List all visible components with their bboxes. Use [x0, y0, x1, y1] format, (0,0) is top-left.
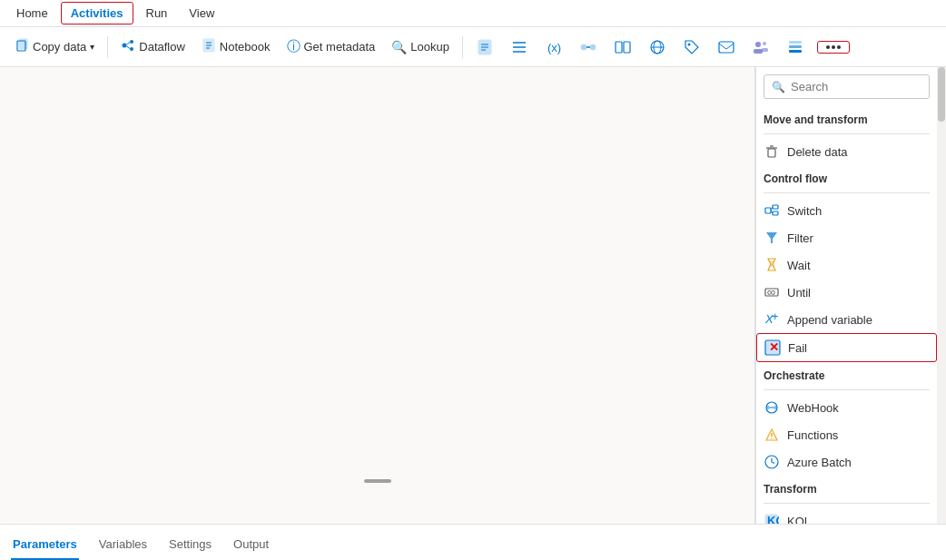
activity-webhook[interactable]: WebHook — [756, 394, 937, 421]
stack-button[interactable] — [779, 34, 812, 60]
kql-icon: KQL — [764, 513, 780, 524]
activity-wait[interactable]: Wait — [756, 251, 937, 279]
delete-data-icon — [764, 143, 780, 160]
split-button[interactable] — [606, 34, 639, 60]
svg-point-54 — [774, 406, 777, 409]
activity-filter[interactable]: Filter — [756, 224, 937, 251]
svg-point-4 — [130, 47, 133, 51]
svg-rect-41 — [773, 211, 778, 215]
script-button[interactable] — [468, 34, 501, 60]
dataflow-label: Dataflow — [139, 40, 185, 54]
get-metadata-button[interactable]: ⓘ Get metadata — [280, 34, 383, 59]
menu-view[interactable]: View — [180, 3, 223, 24]
until-label: Until — [787, 286, 811, 300]
section-control-flow-heading: Control flow — [756, 165, 937, 189]
svg-rect-22 — [616, 42, 622, 53]
svg-point-53 — [766, 406, 770, 409]
lines-icon — [510, 38, 528, 56]
tab-variables[interactable]: Variables — [97, 530, 149, 560]
activity-kql[interactable]: KQL KQL — [756, 507, 937, 524]
activity-append-variable[interactable]: X+ Append variable — [756, 306, 937, 333]
svg-point-58 — [771, 437, 773, 439]
canvas[interactable] — [0, 67, 755, 524]
notebook-icon — [202, 38, 216, 55]
activity-delete-data[interactable]: Delete data — [756, 138, 937, 165]
activity-functions[interactable]: Functions — [756, 421, 937, 448]
delete-data-label: Delete data — [787, 145, 848, 159]
activity-fail[interactable]: ✕ Fail — [756, 333, 937, 362]
get-metadata-icon: ⓘ — [287, 38, 301, 55]
section-divider-4 — [764, 503, 930, 504]
stack-icon — [786, 38, 804, 56]
script-icon — [476, 38, 494, 56]
tag-button[interactable] — [675, 34, 708, 60]
svg-text:KQL: KQL — [767, 514, 779, 524]
outlook-icon — [717, 38, 735, 56]
lookup-label: Lookup — [410, 40, 449, 54]
tag-icon — [683, 38, 701, 56]
search-input[interactable] — [791, 80, 943, 93]
svg-rect-1 — [19, 39, 27, 49]
globe-icon — [648, 38, 666, 56]
section-divider-3 — [764, 389, 930, 390]
expression-button[interactable]: (x) — [537, 34, 570, 60]
activity-until[interactable]: ∞ Until — [756, 279, 937, 306]
tab-output[interactable]: Output — [232, 530, 271, 560]
svg-point-2 — [123, 44, 127, 48]
section-orchestrate-heading: Orchestrate — [756, 362, 937, 386]
filter-icon — [764, 230, 780, 246]
svg-rect-32 — [762, 48, 768, 52]
pipeline-icon — [579, 38, 597, 56]
lookup-button[interactable]: 🔍 Lookup — [384, 36, 457, 58]
menu-run[interactable]: Run — [137, 3, 177, 24]
svg-rect-28 — [719, 42, 734, 53]
azure-batch-label: Azure Batch — [787, 456, 852, 469]
expression-icon: (x) — [545, 38, 563, 56]
switch-icon — [764, 202, 780, 219]
tab-parameters[interactable]: Parameters — [11, 530, 79, 560]
menu-home[interactable]: Home — [7, 3, 57, 24]
filter-label: Filter — [787, 231, 813, 245]
dot2 — [832, 45, 835, 49]
right-panel: 🔍 Move and transform Delete data Control… — [755, 67, 946, 524]
lines-button[interactable] — [503, 34, 536, 60]
teams-button[interactable] — [744, 34, 777, 60]
dataflow-icon — [121, 38, 135, 55]
more-button[interactable] — [817, 41, 850, 54]
wait-icon — [764, 257, 780, 273]
copy-data-button[interactable]: Copy data ▾ — [7, 34, 102, 59]
tab-settings[interactable]: Settings — [167, 530, 213, 560]
activity-azure-batch[interactable]: Azure Batch — [756, 448, 937, 476]
dot3 — [837, 45, 841, 49]
menu-bar: Home Activities Run View — [0, 0, 946, 27]
globe-button[interactable] — [641, 34, 674, 60]
search-box[interactable]: 🔍 — [764, 74, 930, 99]
copy-data-icon — [15, 38, 29, 55]
svg-text:(x): (x) — [547, 41, 561, 54]
notebook-label: Notebook — [220, 40, 271, 54]
notebook-button[interactable]: Notebook — [194, 34, 278, 59]
activity-switch[interactable]: Switch — [756, 197, 937, 224]
svg-line-5 — [127, 43, 131, 45]
scrollbar-thumb[interactable] — [938, 67, 945, 122]
svg-point-27 — [687, 43, 690, 45]
svg-point-30 — [763, 42, 766, 45]
pipeline-button[interactable] — [572, 34, 605, 60]
fail-icon: ✕ — [764, 339, 781, 356]
svg-rect-35 — [789, 41, 802, 44]
main-area: 🔍 Move and transform Delete data Control… — [0, 67, 946, 524]
kql-label: KQL — [787, 515, 811, 525]
dataflow-button[interactable]: Dataflow — [113, 34, 192, 59]
outlook-button[interactable] — [710, 34, 743, 60]
dot1 — [826, 45, 830, 49]
svg-rect-31 — [754, 49, 763, 54]
toolbar: Copy data ▾ Dataflow Notebook ⓘ Get meta… — [0, 27, 946, 67]
teams-icon — [752, 38, 770, 56]
svg-rect-36 — [768, 149, 775, 157]
webhook-label: WebHook — [787, 401, 839, 415]
panel-content: 🔍 Move and transform Delete data Control… — [756, 67, 946, 524]
scrollbar-track[interactable] — [937, 67, 946, 524]
svg-rect-39 — [765, 208, 771, 213]
menu-activities[interactable]: Activities — [61, 2, 133, 25]
svg-point-3 — [130, 40, 133, 44]
